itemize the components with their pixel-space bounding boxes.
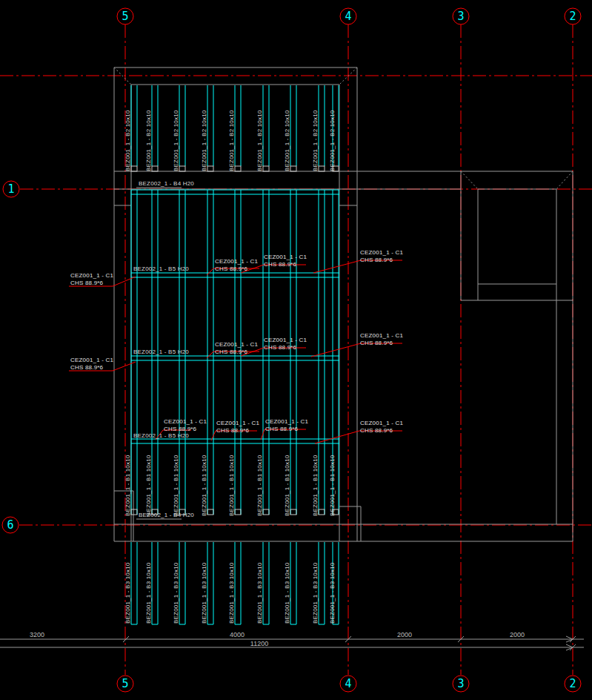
column-label-line1: CEZ001_1 - C1 (215, 341, 258, 349)
beam-label-b2: BEZ001_1 - B2 10x10 (329, 110, 336, 171)
beam-label-b3: BEZ001_1 - B3 10x10 (124, 562, 132, 624)
column-label-line2: CHS 88.9*6 (70, 364, 113, 372)
column-label-line1: CEZ001_1 - C1 (360, 420, 403, 427)
grid-bubble-top-4: 4 (340, 8, 357, 25)
beam-label-b3: BEZ001_1 - B3 10x10 (201, 562, 208, 624)
grid-bubble-bottom-4: 4 (340, 676, 357, 693)
dimension-lines (0, 636, 584, 650)
band-label-b4-bottom: BEZ002_1 - B4 H20 (139, 512, 194, 518)
beam-label-b3: BEZ001_1 - B3 10x10 (228, 562, 236, 624)
column-label-line2: CHS 88.9*6 (164, 426, 207, 433)
column-label-line1: CEZ001_1 - C1 (265, 418, 308, 426)
column-label: CEZ001_1 - C1CHS 88.9*6 (360, 420, 403, 434)
column-label-line2: CHS 88.9*6 (360, 340, 403, 347)
column-label-line1: CEZ001_1 - C1 (360, 332, 403, 340)
column-label-line1: CEZ001_1 - C1 (264, 337, 307, 344)
column-label: CEZ001_1 - C1CHS 88.9*6 (215, 341, 258, 355)
beam-label-b1: BEZ001_1 - B1 10x10 (201, 455, 208, 516)
beam-label-b1: BEZ001_1 - B1 10x10 (145, 455, 153, 516)
column-label: CEZ001_1 - C1CHS 88.9*6 (360, 249, 403, 263)
grid-bubble-top-2: 2 (565, 8, 582, 25)
beam-label-b3: BEZ001_1 - B3 10x10 (256, 562, 264, 624)
structure-outline (114, 67, 573, 541)
corner-bevels (114, 67, 573, 189)
cad-drawing: 5 4 3 2 5 4 3 2 1 6 BEZ001_1 - B2 10x10 … (0, 0, 592, 700)
beam-label-b2: BEZ001_1 - B2 10x10 (256, 110, 264, 171)
column-label: CEZ001_1 - C1CHS 88.9*6 (164, 418, 207, 432)
column-label-line2: CHS 88.9*6 (216, 427, 259, 435)
beam-label-b1: BEZ001_1 - B1 10x10 (256, 455, 264, 516)
grid-bubble-top-5: 5 (117, 8, 134, 25)
grid-bubble-bottom-2: 2 (565, 676, 582, 693)
column-label-line1: CEZ001_1 - C1 (70, 272, 113, 280)
column-label: CEZ001_1 - C1CHS 88.9*6 (264, 254, 307, 268)
beam-label-b3: BEZ001_1 - B3 10x10 (312, 562, 319, 624)
beam-label-b2: BEZ001_1 - B2 10x10 (124, 110, 132, 171)
beam-label-b3: BEZ001_1 - B3 10x10 (329, 562, 336, 624)
column-label-line2: CHS 88.9*6 (264, 344, 307, 351)
dimension-total-11200: 11200 (250, 640, 268, 647)
column-label: CEZ001_1 - C1CHS 88.9*6 (70, 357, 113, 371)
dimension-3200: 3200 (30, 631, 44, 638)
band-label-b5: BEZ002_1 - B5 H20 (133, 349, 189, 355)
beam-label-b1: BEZ001_1 - B1 10x10 (228, 455, 236, 516)
grid-bubble-bottom-3: 3 (453, 676, 470, 693)
beam-label-b1: BEZ001_1 - B1 10x10 (329, 455, 336, 516)
dimension-2000-a: 2000 (397, 631, 412, 638)
column-label-line2: CHS 88.9*6 (215, 349, 258, 356)
beam-label-b2: BEZ001_1 - B2 10x10 (312, 110, 319, 171)
column-label-line2: CHS 88.9*6 (265, 426, 308, 433)
beam-label-b3: BEZ001_1 - B3 10x10 (284, 562, 291, 624)
beam-label-b2: BEZ001_1 - B2 10x10 (201, 110, 208, 171)
column-label: CEZ001_1 - C1CHS 88.9*6 (215, 258, 258, 272)
column-label-line1: CEZ001_1 - C1 (164, 418, 207, 426)
beam-label-b1: BEZ001_1 - B1 10x10 (173, 455, 180, 516)
column-label-line1: CEZ001_1 - C1 (70, 357, 113, 364)
column-label: CEZ001_1 - C1CHS 88.9*6 (264, 337, 307, 351)
dimension-4000: 4000 (230, 631, 245, 638)
beam-label-b1: BEZ001_1 - B1 10x10 (312, 455, 319, 516)
column-label-line1: CEZ001_1 - C1 (264, 254, 307, 261)
band-label-b4-top: BEZ002_1 - B4 H20 (139, 180, 194, 187)
grid-bubble-top-3: 3 (453, 8, 470, 25)
beam-label-b2: BEZ001_1 - B2 10x10 (228, 110, 236, 171)
column-label-line2: CHS 88.9*6 (215, 265, 258, 273)
grid-bubble-side-6: 6 (2, 517, 19, 534)
grid-bubble-side-1: 1 (3, 181, 20, 198)
dimension-2000-b: 2000 (510, 631, 525, 638)
column-label-line2: CHS 88.9*6 (360, 427, 403, 435)
band-label-b5: BEZ002_1 - B5 H20 (133, 432, 189, 439)
column-label-line2: CHS 88.9*6 (70, 280, 113, 287)
column-label-line1: CEZ001_1 - C1 (360, 249, 403, 257)
beam-label-b3: BEZ001_1 - B3 10x10 (173, 562, 180, 624)
column-label-line2: CHS 88.9*6 (264, 261, 307, 268)
beam-label-b1: BEZ001_1 - B1 10x10 (284, 455, 291, 516)
column-label-line2: CHS 88.9*6 (360, 257, 403, 264)
grid-bubble-bottom-5: 5 (117, 676, 134, 693)
column-label-line1: CEZ001_1 - C1 (216, 420, 259, 427)
column-label-line1: CEZ001_1 - C1 (215, 258, 258, 265)
beam-label-b2: BEZ001_1 - B2 10x10 (284, 110, 291, 171)
column-label: CEZ001_1 - C1CHS 88.9*6 (360, 332, 403, 346)
beam-label-b1: BEZ001_1 - B1 10x10 (124, 455, 132, 516)
band-label-b5: BEZ002_1 - B5 H20 (133, 265, 189, 272)
column-label: CEZ001_1 - C1CHS 88.9*6 (216, 420, 259, 434)
beam-label-b2: BEZ001_1 - B2 10x10 (173, 110, 180, 171)
column-label: CEZ001_1 - C1CHS 88.9*6 (265, 418, 308, 432)
beam-label-b2: BEZ001_1 - B2 10x10 (145, 110, 153, 171)
beam-label-b3: BEZ001_1 - B3 10x10 (145, 562, 153, 624)
column-label: CEZ001_1 - C1CHS 88.9*6 (70, 272, 113, 286)
